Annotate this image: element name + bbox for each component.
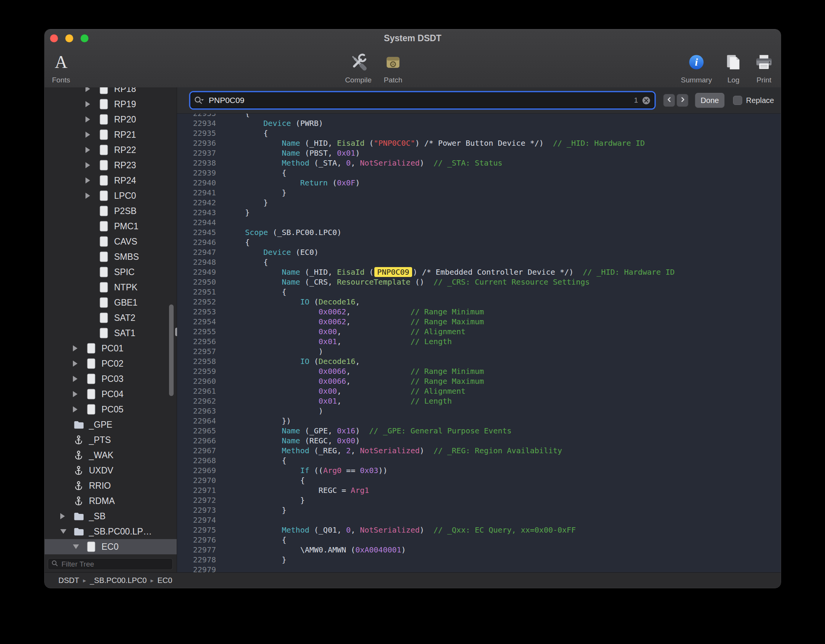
code-line: 22947 Device (EC0) bbox=[177, 247, 781, 257]
sidebar-item-ec0[interactable]: EC0 bbox=[45, 539, 177, 554]
line-number: 22959 bbox=[177, 366, 216, 376]
line-number: 22941 bbox=[177, 188, 216, 198]
line-number: 22937 bbox=[177, 148, 216, 158]
code-line: 22946 { bbox=[177, 237, 781, 247]
doc-icon bbox=[98, 251, 110, 262]
disclosure-closed-icon[interactable] bbox=[73, 361, 85, 367]
sidebar-item-pmc1[interactable]: PMC1 bbox=[45, 219, 177, 234]
line-number: 22944 bbox=[177, 217, 216, 227]
method-icon bbox=[73, 481, 84, 491]
disclosure-closed-icon[interactable] bbox=[85, 87, 98, 92]
code-line: 22977 \AMW0.AMWN (0xA0040001) bbox=[177, 545, 781, 555]
code-editor[interactable]: 22933 {22934 Device (PWRB)22935 {22936 N… bbox=[177, 114, 781, 573]
sidebar-item-pc02[interactable]: PC02 bbox=[45, 356, 177, 371]
disclosure-closed-icon[interactable] bbox=[73, 345, 85, 351]
sidebar-item-cavs[interactable]: CAVS bbox=[45, 234, 177, 249]
sidebar-item-rdma[interactable]: RDMA bbox=[45, 493, 177, 509]
disclosure-closed-icon[interactable] bbox=[60, 513, 73, 519]
sidebar-item-rp20[interactable]: RP20 bbox=[45, 112, 177, 127]
patch-button[interactable]: Patch bbox=[370, 50, 416, 84]
find-search-field[interactable]: 1 bbox=[190, 92, 654, 108]
sidebar-item-_sb[interactable]: _SB bbox=[45, 509, 177, 524]
titlebar-toolbar: System DSDT A Fonts Compile bbox=[45, 29, 781, 88]
code-line: 22936 Name (_HID, EisaId ("PNP0C0C") /* … bbox=[177, 138, 781, 148]
doc-icon bbox=[85, 374, 97, 384]
sidebar-item-pc01[interactable]: PC01 bbox=[45, 341, 177, 356]
find-next-button[interactable] bbox=[677, 94, 688, 107]
disclosure-closed-icon[interactable] bbox=[73, 406, 85, 412]
line-number: 22960 bbox=[177, 376, 216, 386]
sidebar-item-sat1[interactable]: SAT1 bbox=[45, 325, 177, 341]
disclosure-closed-icon[interactable] bbox=[85, 177, 98, 184]
chevron-right-icon bbox=[680, 96, 685, 105]
disclosure-open-icon[interactable] bbox=[60, 529, 73, 534]
breadcrumb-item[interactable]: _SB.PC00.LPC0 bbox=[90, 576, 147, 585]
disclosure-closed-icon[interactable] bbox=[85, 193, 98, 199]
sidebar-item-rp23[interactable]: RP23 bbox=[45, 158, 177, 173]
code-line: 22978 } bbox=[177, 555, 781, 565]
line-number: 22951 bbox=[177, 287, 216, 297]
disclosure-closed-icon[interactable] bbox=[85, 116, 98, 122]
disclosure-closed-icon[interactable] bbox=[73, 376, 85, 382]
sidebar-item-_wak[interactable]: _WAK bbox=[45, 448, 177, 463]
replace-toggle: Replace bbox=[733, 96, 774, 105]
code-line: 22973 } bbox=[177, 505, 781, 515]
sidebar-item-gbe1[interactable]: GBE1 bbox=[45, 295, 177, 310]
disclosure-closed-icon[interactable] bbox=[73, 391, 85, 397]
sidebar-item-_sb-pc00-lp[interactable]: _SB.PC00.LP… bbox=[45, 524, 177, 539]
sidebar-item-p2sb[interactable]: P2SB bbox=[45, 203, 177, 219]
disclosure-closed-icon[interactable] bbox=[85, 162, 98, 168]
sidebar-item-label: PMC1 bbox=[114, 221, 139, 232]
filter-tree-field[interactable] bbox=[48, 558, 173, 570]
code-line: 22959 0x0066, // Range Minimum bbox=[177, 366, 781, 376]
line-number: 22939 bbox=[177, 168, 216, 178]
sidebar-item-_pts[interactable]: _PTS bbox=[45, 432, 177, 448]
sidebar-item-pc05[interactable]: PC05 bbox=[45, 402, 177, 417]
sidebar-item-pc03[interactable]: PC03 bbox=[45, 371, 177, 386]
sidebar-item-spic[interactable]: SPIC bbox=[45, 264, 177, 280]
sidebar-item-pc04[interactable]: PC04 bbox=[45, 386, 177, 402]
code-line: 22944 bbox=[177, 217, 781, 227]
sidebar-item-_gpe[interactable]: _GPE bbox=[45, 417, 177, 432]
find-input[interactable] bbox=[206, 96, 634, 105]
sidebar-item-rp24[interactable]: RP24 bbox=[45, 173, 177, 188]
clear-search-icon[interactable] bbox=[642, 96, 651, 105]
sidebar-item-rp19[interactable]: RP19 bbox=[45, 97, 177, 112]
disclosure-open-icon[interactable] bbox=[73, 544, 85, 549]
sidebar-tree: RP18RP19RP20RP21RP22RP23RP24LPC0P2SBPMC1… bbox=[45, 87, 177, 554]
doc-icon bbox=[98, 312, 110, 323]
fonts-button[interactable]: A Fonts bbox=[44, 50, 84, 84]
find-previous-button[interactable] bbox=[663, 94, 675, 107]
sidebar-item-uxdv[interactable]: UXDV bbox=[45, 463, 177, 478]
sidebar-item-smbs[interactable]: SMBS bbox=[45, 249, 177, 264]
line-number: 22946 bbox=[177, 237, 216, 247]
doc-icon bbox=[98, 129, 110, 140]
line-number: 22976 bbox=[177, 535, 216, 545]
sidebar-item-rp18[interactable]: RP18 bbox=[45, 87, 177, 97]
code-line: 22965 Name (_GPE, 0x16) // _GPE: General… bbox=[177, 426, 781, 436]
code-line: 22968 { bbox=[177, 456, 781, 465]
done-button[interactable]: Done bbox=[695, 93, 725, 108]
doc-icon bbox=[98, 206, 110, 216]
print-button[interactable]: Print bbox=[741, 50, 781, 84]
line-number: 22967 bbox=[177, 446, 216, 456]
breadcrumb-item[interactable]: EC0 bbox=[158, 576, 172, 585]
sidebar-item-ntpk[interactable]: NTPK bbox=[45, 280, 177, 295]
sidebar-item-rp22[interactable]: RP22 bbox=[45, 142, 177, 158]
sidebar-item-rp21[interactable]: RP21 bbox=[45, 127, 177, 142]
sidebar-scrollbar[interactable] bbox=[169, 304, 174, 396]
breadcrumb-separator-icon: ▸ bbox=[83, 577, 86, 584]
disclosure-closed-icon[interactable] bbox=[85, 101, 98, 107]
disclosure-closed-icon[interactable] bbox=[85, 132, 98, 138]
disclosure-closed-icon[interactable] bbox=[85, 147, 98, 153]
sidebar-item-sat2[interactable]: SAT2 bbox=[45, 310, 177, 325]
sidebar-item-lpc0[interactable]: LPC0 bbox=[45, 188, 177, 203]
status-bar: DSDT▸_SB.PC00.LPC0▸EC0 bbox=[45, 572, 781, 588]
replace-checkbox[interactable] bbox=[733, 96, 742, 105]
code-line: 22971 REGC = Arg1 bbox=[177, 485, 781, 495]
code-line: 22945 Scope (_SB.PC00.LPC0) bbox=[177, 227, 781, 237]
breadcrumb-item[interactable]: DSDT bbox=[58, 576, 79, 585]
code-line: 22941 } bbox=[177, 188, 781, 198]
filter-tree-input[interactable] bbox=[61, 560, 169, 569]
sidebar-item-rrio[interactable]: RRIO bbox=[45, 478, 177, 493]
